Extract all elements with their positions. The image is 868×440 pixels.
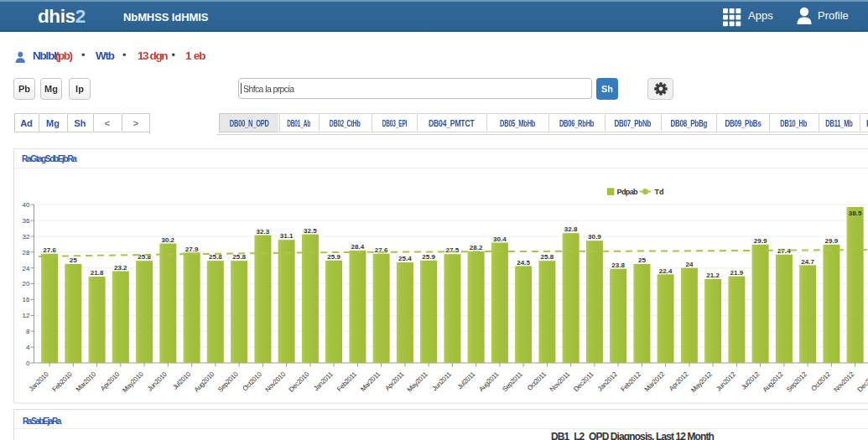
svg-text:21.9: 21.9: [730, 269, 744, 277]
svg-text:36: 36: [23, 217, 30, 225]
svg-text:23.8: 23.8: [611, 261, 625, 269]
svg-text:25.4: 25.4: [398, 255, 412, 262]
svg-text:RaGtagSdbEjbRa: RaGtagSdbEjbRa: [22, 154, 77, 163]
svg-text:29.9: 29.9: [754, 237, 767, 245]
svg-text:DB1_L2_OPD Diagnosis, Last 12: DB1_L2_OPD Diagnosis, Last 12 Month: [551, 431, 714, 440]
svg-text:21.2: 21.2: [706, 272, 720, 279]
svg-text:24.7: 24.7: [801, 258, 814, 266]
svg-text:32.5: 32.5: [304, 227, 317, 235]
svg-text:25.8: 25.8: [232, 253, 246, 261]
svg-text:27.5: 27.5: [446, 246, 460, 254]
svg-text:28: 28: [23, 249, 30, 256]
svg-text:16: 16: [23, 296, 30, 303]
svg-text:25: 25: [70, 256, 77, 264]
svg-text:Td: Td: [655, 188, 664, 196]
svg-text:32.3: 32.3: [257, 228, 270, 236]
svg-text:32: 32: [23, 233, 30, 241]
svg-text:31.1: 31.1: [280, 232, 294, 240]
svg-text:28.2: 28.2: [470, 244, 483, 251]
svg-text:20: 20: [23, 280, 30, 287]
svg-text:27.9: 27.9: [185, 246, 199, 253]
svg-text:25.9: 25.9: [422, 253, 435, 261]
svg-text:27.6: 27.6: [43, 246, 56, 254]
svg-text:4: 4: [26, 344, 30, 351]
svg-text:12: 12: [23, 312, 30, 319]
svg-text:38.5: 38.5: [849, 210, 862, 217]
svg-text:8: 8: [26, 328, 30, 335]
svg-text:22.4: 22.4: [659, 267, 673, 275]
svg-text:21.8: 21.8: [91, 269, 104, 277]
svg-text:30.4: 30.4: [493, 236, 507, 243]
svg-text:0: 0: [26, 360, 30, 367]
svg-text:30.9: 30.9: [588, 233, 601, 241]
svg-text:24: 24: [23, 265, 30, 272]
svg-text:32.8: 32.8: [564, 225, 578, 233]
svg-text:Pdpab: Pdpab: [617, 188, 639, 196]
svg-text:23.2: 23.2: [114, 264, 127, 272]
svg-text:25.9: 25.9: [327, 253, 340, 261]
svg-text:29.9: 29.9: [825, 237, 839, 245]
svg-text:24: 24: [685, 261, 693, 268]
svg-text:25.8: 25.8: [541, 253, 554, 261]
svg-text:28.4: 28.4: [351, 243, 365, 251]
svg-text:30.2: 30.2: [162, 236, 175, 244]
svg-text:24.5: 24.5: [517, 259, 530, 267]
svg-text:RaSabEjaRa: RaSabEjaRa: [23, 417, 62, 426]
svg-text:40: 40: [23, 201, 30, 209]
svg-text:25: 25: [638, 256, 646, 264]
